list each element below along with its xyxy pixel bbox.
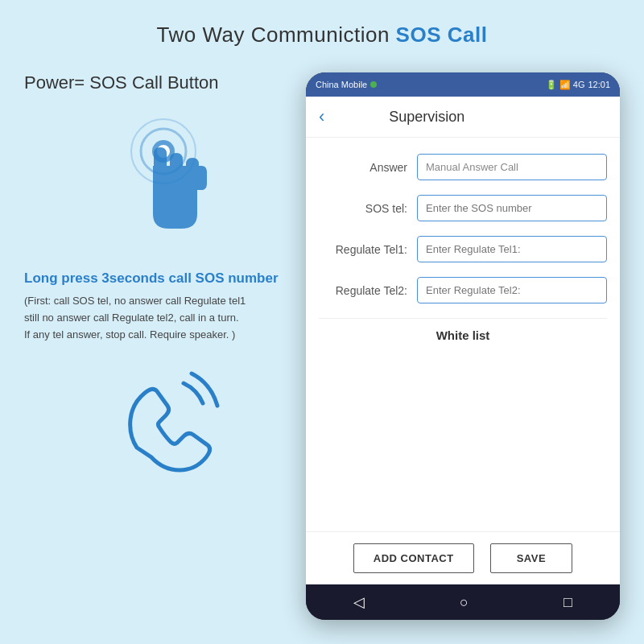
regulate1-row: Regulate Tel1: xyxy=(319,236,607,262)
answer-row: Answer xyxy=(319,154,607,180)
form-area: Answer SOS tel: Regulate Tel1: Regulate … xyxy=(306,138,620,365)
sos-input[interactable] xyxy=(417,195,607,221)
app-header: ‹ Supervision xyxy=(306,97,620,138)
power-label: Power= SOS Call Button xyxy=(24,72,314,93)
hand-icon xyxy=(109,109,229,246)
status-bar-left: China Mobile xyxy=(316,80,377,89)
answer-label: Answer xyxy=(319,161,407,174)
sos-label: SOS tel: xyxy=(319,202,407,215)
status-bar: China Mobile 🔋 📶 4G 12:01 xyxy=(306,72,620,97)
back-button[interactable]: ‹ xyxy=(319,106,324,127)
signal-icons: 🔋 📶 4G xyxy=(546,80,585,90)
time-display: 12:01 xyxy=(588,80,610,89)
regulate1-label: Regulate Tel1: xyxy=(319,243,407,256)
description-text: (First: call SOS tel, no answer call Reg… xyxy=(24,293,314,343)
regulate2-row: Regulate Tel2: xyxy=(319,277,607,303)
nav-back-icon[interactable]: ◁ xyxy=(353,593,365,611)
nav-recent-icon[interactable]: □ xyxy=(564,594,572,611)
call-icon xyxy=(105,359,233,480)
regulate2-label: Regulate Tel2: xyxy=(319,284,407,297)
phone-icon-wrap xyxy=(24,359,314,480)
page-title: Two Way Communiction SOS Call xyxy=(0,0,644,47)
signal-dot xyxy=(370,81,377,88)
carrier-name: China Mobile xyxy=(316,80,367,89)
white-list-label: White list xyxy=(319,318,607,349)
save-button[interactable]: SAVE xyxy=(490,543,572,573)
phone-screen: ‹ Supervision Answer SOS tel: Regulate T… xyxy=(306,97,620,584)
left-panel: Power= SOS Call Button Long press 3secon… xyxy=(24,72,314,480)
nav-home-icon[interactable]: ○ xyxy=(460,594,469,611)
regulate1-input[interactable] xyxy=(417,236,607,262)
phone-mockup: China Mobile 🔋 📶 4G 12:01 ‹ Supervision … xyxy=(306,72,620,620)
nav-bar: ◁ ○ □ xyxy=(306,584,620,620)
title-text: Two Way Communiction xyxy=(157,23,396,47)
answer-input[interactable] xyxy=(417,154,607,180)
status-bar-right: 🔋 📶 4G 12:01 xyxy=(546,80,610,90)
sos-row: SOS tel: xyxy=(319,195,607,221)
long-press-text: Long press 3seconds call SOS number xyxy=(24,270,314,287)
bottom-buttons: ADD CONTACT SAVE xyxy=(306,531,620,584)
app-title: Supervision xyxy=(389,109,464,126)
add-contact-button[interactable]: ADD CONTACT xyxy=(353,543,474,573)
regulate2-input[interactable] xyxy=(417,277,607,303)
hand-icon-wrap xyxy=(24,109,314,246)
title-highlight: SOS Call xyxy=(396,23,488,47)
